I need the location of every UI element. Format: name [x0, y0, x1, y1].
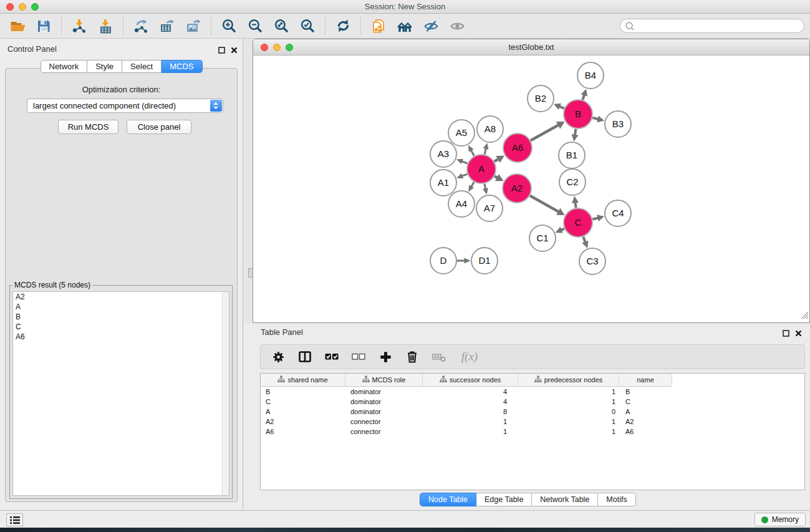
- close-table-panel-icon[interactable]: [795, 328, 802, 339]
- criterion-select[interactable]: largest connected component (directed): [27, 99, 223, 113]
- import-table-icon[interactable]: [96, 17, 115, 36]
- close-panel-button[interactable]: Close panel: [127, 120, 191, 134]
- deselect-all-icon[interactable]: [350, 349, 367, 365]
- node-A8[interactable]: A8: [477, 116, 503, 142]
- node-B[interactable]: B: [564, 100, 592, 128]
- node-A3[interactable]: A3: [430, 141, 456, 167]
- column-header-name[interactable]: name: [619, 374, 672, 387]
- edge-A-A7[interactable]: [485, 184, 486, 190]
- node-C2[interactable]: C2: [559, 169, 586, 195]
- save-session-icon[interactable]: [34, 17, 53, 36]
- node-A4[interactable]: A4: [448, 191, 475, 217]
- tab-network[interactable]: Network: [40, 60, 87, 73]
- node-C3[interactable]: C3: [579, 248, 605, 274]
- search-input[interactable]: [637, 20, 799, 32]
- edge-A6-B[interactable]: [531, 125, 559, 140]
- edge-C-C2[interactable]: [576, 202, 576, 208]
- table-row[interactable]: A2connector11A2: [261, 417, 804, 427]
- node-B3[interactable]: B3: [605, 111, 631, 137]
- import-network-icon[interactable]: [70, 17, 89, 36]
- node-D1[interactable]: D1: [471, 248, 498, 274]
- tab-motifs[interactable]: Motifs: [598, 493, 635, 506]
- table-row[interactable]: Cdominator41C: [261, 397, 804, 407]
- resize-grip-icon[interactable]: [799, 310, 809, 322]
- table-cell: 4: [423, 388, 518, 395]
- memory-button[interactable]: Memory: [755, 513, 806, 526]
- node-D[interactable]: D: [430, 248, 456, 274]
- edge-A2-C[interactable]: [530, 196, 559, 212]
- select-all-icon[interactable]: [324, 349, 340, 365]
- edge-A-A6[interactable]: [494, 159, 499, 162]
- node-A5[interactable]: A5: [448, 120, 475, 146]
- task-history-button[interactable]: [6, 513, 23, 526]
- zoom-fit-icon[interactable]: [272, 17, 291, 36]
- add-row-icon[interactable]: [377, 349, 393, 365]
- node-A1[interactable]: A1: [430, 170, 456, 196]
- close-panel-icon[interactable]: [231, 45, 238, 56]
- tab-network-table[interactable]: Network Table: [532, 493, 598, 506]
- open-session-icon[interactable]: [8, 17, 27, 36]
- column-header-successor-nodes[interactable]: successor nodes: [423, 374, 518, 387]
- edge-A-A5[interactable]: [471, 150, 474, 156]
- tab-edge-table[interactable]: Edge Table: [476, 493, 532, 506]
- edge-C-C3[interactable]: [583, 237, 585, 243]
- table-row[interactable]: Adominator80A: [261, 407, 804, 417]
- export-network-icon[interactable]: [132, 17, 150, 36]
- result-list-item[interactable]: C: [13, 322, 229, 332]
- split-panel-icon[interactable]: [297, 349, 313, 365]
- column-header-shared-name[interactable]: shared name: [261, 374, 345, 387]
- home-gallery-icon[interactable]: [395, 17, 414, 36]
- delete-row-icon[interactable]: [404, 349, 420, 365]
- hide-graphics-details-icon[interactable]: [422, 17, 440, 36]
- export-image-icon[interactable]: [184, 17, 203, 36]
- control-panel-tabs: NetworkStyleSelectMCDS: [40, 60, 202, 73]
- result-list-item[interactable]: A: [13, 302, 229, 312]
- network-canvas[interactable]: AA1A2A3A4A5A6A7A8BB1B2B3B4CC1C2C3C4DD1: [253, 56, 809, 322]
- result-list-item[interactable]: B: [13, 312, 229, 322]
- run-mcds-button[interactable]: Run MCDS: [58, 120, 118, 134]
- export-table-icon[interactable]: [158, 17, 176, 36]
- tab-mcds[interactable]: MCDS: [162, 60, 202, 73]
- window-title: Session: New Session: [0, 2, 810, 11]
- node-B4[interactable]: B4: [577, 62, 604, 89]
- zoom-in-icon[interactable]: [219, 17, 238, 36]
- result-list-scrollbar[interactable]: [222, 292, 229, 495]
- node-A2[interactable]: A2: [503, 174, 531, 203]
- node-C4[interactable]: C4: [605, 200, 631, 226]
- edge-A-A4[interactable]: [471, 182, 475, 187]
- zoom-selected-icon[interactable]: [298, 17, 317, 36]
- result-list-item[interactable]: A2: [13, 292, 229, 302]
- float-table-panel-icon[interactable]: [783, 328, 789, 339]
- tab-style[interactable]: Style: [87, 60, 122, 73]
- table-panel-tabs: Node TableEdge TableNetwork TableMotifs: [420, 493, 636, 506]
- edge-B-B1[interactable]: [575, 129, 576, 135]
- tab-node-table[interactable]: Node Table: [420, 493, 476, 506]
- node-A7[interactable]: A7: [476, 195, 503, 221]
- zoom-out-icon[interactable]: [246, 17, 264, 36]
- edge-A-A1[interactable]: [462, 174, 468, 176]
- float-panel-icon[interactable]: [218, 45, 225, 56]
- node-A[interactable]: A: [467, 155, 496, 183]
- column-header-MCDS-role[interactable]: MCDS role: [345, 374, 423, 387]
- edge-A-A3[interactable]: [461, 162, 467, 164]
- network-document-icon[interactable]: [369, 17, 388, 36]
- edge-A-A8[interactable]: [485, 148, 486, 155]
- table-row[interactable]: A6connector11A6: [261, 427, 804, 437]
- tab-select[interactable]: Select: [122, 60, 162, 73]
- table-row[interactable]: Bdominator41B: [261, 387, 804, 397]
- node-B1[interactable]: B1: [559, 142, 585, 168]
- node-C[interactable]: C: [564, 208, 592, 237]
- edge-B-B2[interactable]: [559, 107, 564, 109]
- node-A6[interactable]: A6: [503, 133, 532, 162]
- show-graphics-details-icon[interactable]: [448, 17, 466, 36]
- edge-C-C4[interactable]: [592, 218, 598, 219]
- settings-icon[interactable]: [270, 349, 286, 365]
- edge-B-B3[interactable]: [592, 118, 598, 119]
- node-C1[interactable]: C1: [529, 225, 556, 251]
- column-header-predecessor-nodes[interactable]: predecessor nodes: [518, 374, 619, 387]
- window-titlebar: Session: New Session: [0, 0, 810, 14]
- node-B2[interactable]: B2: [528, 85, 554, 112]
- edge-B-B4[interactable]: [582, 95, 584, 100]
- result-list-item[interactable]: A6: [13, 332, 229, 342]
- refresh-icon[interactable]: [334, 17, 352, 36]
